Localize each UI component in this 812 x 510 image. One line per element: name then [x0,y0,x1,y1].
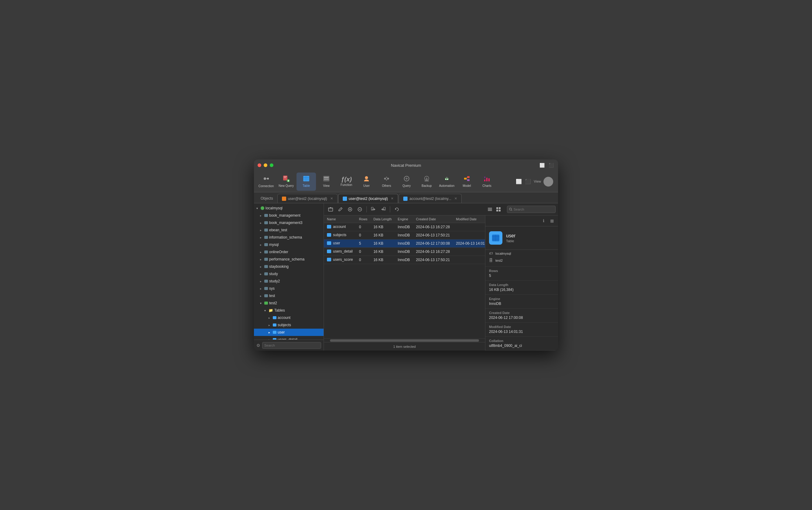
toolbar-backup[interactable]: Backup [417,173,437,191]
cell-data-length: 16 KB [370,231,395,239]
cell-modified [453,231,485,239]
new-folder-button[interactable] [326,205,335,214]
sidebar-connection[interactable]: ▾ localmysql [254,204,324,212]
tab-account-test2[interactable]: account@test2 (localmy... ✕ [399,194,461,203]
tab-user-test2-1[interactable]: user@test2 (localmysql) ✕ [277,194,337,203]
sidebar-search-input[interactable] [262,342,321,349]
svg-rect-34 [488,178,490,181]
col-modified-date[interactable]: Modified Date [453,216,485,223]
table-row[interactable]: subjects 0 16 KB InnoDB 2024-06-13 17:50… [324,231,485,239]
sidebar-db-information_schema[interactable]: ▸ information_schema [254,234,324,241]
status-bar: 1 item selected [324,342,485,350]
function-icon: ƒ(x) [341,176,352,182]
info-detail-button[interactable]: ℹ [540,217,547,225]
search-input[interactable] [514,207,553,211]
toolbar-table[interactable]: Table [297,173,316,191]
table-row[interactable]: account 0 16 KB InnoDB 2024-06-13 16:27:… [324,223,485,231]
svg-rect-35 [484,176,485,178]
sidebar-db-study[interactable]: ▸ study [254,270,324,278]
refresh-button[interactable] [393,205,401,214]
view-full-icon[interactable]: ⬛ [524,178,531,185]
sidebar-table-users_detail[interactable]: ▸ users_detail [254,336,324,340]
sidebar-db-onlineOrder[interactable]: ▸ onlineOrder [254,248,324,256]
scrollbar-thumb[interactable] [330,339,479,342]
toolbar-charts[interactable]: Charts [477,173,497,191]
stay-icon [264,265,268,268]
user-avatar[interactable] [543,177,553,187]
info-section: Created Date 2024-06-12 17:00:08 [485,308,558,322]
info-grid-button[interactable]: ▦ [548,217,555,225]
toolbar-function[interactable]: ƒ(x) Function [337,173,356,191]
sidebar-content: ▾ localmysql ▸ book_management ▸ book_ma… [254,203,324,340]
edit-button[interactable] [336,205,344,214]
sidebar-settings-icon[interactable]: ⚙ [257,343,260,348]
svg-point-17 [365,176,368,179]
toolbar-view[interactable]: View [317,173,336,191]
cell-modified [453,248,485,256]
horizontal-scrollbar[interactable] [324,338,485,342]
grid-view-button[interactable] [495,206,502,213]
delete-button[interactable] [356,205,364,214]
center-panel: Name Rows Data Length Engine Created Dat… [324,203,558,350]
col-created-date[interactable]: Created Date [413,216,453,223]
cell-data-length: 16 KB [370,248,395,256]
toolbar-user[interactable]: User [357,173,376,191]
table-row[interactable]: users_detail 0 16 KB InnoDB 2024-06-13 1… [324,248,485,256]
col-rows[interactable]: Rows [356,216,370,223]
sidebar-db-test[interactable]: ▸ test [254,292,324,300]
chevron-subjects: ▸ [269,323,272,327]
toolbar-connection[interactable]: Connection [257,173,276,191]
toolbar-query[interactable]: Query [397,173,416,191]
sidebar-db-test2[interactable]: ▾ test2 [254,300,324,307]
tab-close-1[interactable]: ✕ [330,197,333,201]
view-toggle-button[interactable]: ⬛ [548,162,554,169]
sidebar-db-staybooking[interactable]: ▸ staybooking [254,263,324,270]
toolbar-backup-label: Backup [422,184,431,188]
add-button[interactable] [346,205,354,214]
import-button[interactable] [369,205,378,214]
toolbar-automation[interactable]: Automation [437,173,456,191]
col-engine[interactable]: Engine [395,216,413,223]
tab-objects[interactable]: Objects [257,194,277,203]
table-row[interactable]: users_score 0 16 KB InnoDB 2024-06-13 17… [324,256,485,264]
col-name[interactable]: Name [324,216,356,223]
cell-engine: InnoDB [395,223,413,231]
col-data-length[interactable]: Data Length [370,216,395,223]
tab-close-2[interactable]: ✕ [391,197,394,201]
tab-user-test2-2[interactable]: user@test2 (localmysql) ✕ [338,194,398,203]
info-section-value: utf8mb4_0900_ai_ci [489,344,554,348]
sidebar-db-study2[interactable]: ▸ study2 [254,278,324,285]
close-button[interactable] [258,163,261,167]
sidebar-db-ebean_test[interactable]: ▸ ebean_test [254,226,324,234]
maximize-button[interactable] [270,163,273,167]
sidebar-db-performance_schema[interactable]: ▸ performance_schema [254,256,324,263]
sidebar-table-account[interactable]: ▸ account [254,314,324,321]
cell-modified [453,223,485,231]
tab-icon-2 [343,197,347,201]
sidebar-folder-tables[interactable]: ▾ 📁 Tables [254,307,324,314]
svg-rect-15 [324,177,329,178]
sidebar-db-book_management[interactable]: ▸ book_management [254,212,324,219]
table-row[interactable]: user 5 16 KB InnoDB 2024-06-12 17:00:08 … [324,239,485,248]
db3-icon [264,221,268,224]
view-split-icon[interactable]: ⬜ [515,178,522,185]
sidebar-table-subjects[interactable]: ▸ subjects [254,321,324,329]
svg-rect-5 [284,177,286,178]
sidebar-table-user[interactable]: ▸ user [254,329,324,336]
cell-name: users_score [324,256,356,264]
svg-rect-49 [496,207,498,209]
sidebar-db-sys[interactable]: ▸ sys [254,285,324,292]
list-view-button[interactable] [486,206,493,213]
svg-rect-52 [499,210,501,211]
toolbar-others[interactable]: Others [377,173,396,191]
toolbar-new-query[interactable]: New Query [276,173,296,191]
export-button[interactable] [379,205,387,214]
ebean-name: ebean_test [269,228,287,232]
row-name: user [333,241,340,245]
split-view-button[interactable]: ⬜ [539,162,545,169]
sidebar-db-mysql[interactable]: ▸ mysql [254,241,324,248]
sidebar-db-book_management3[interactable]: ▸ book_management3 [254,219,324,226]
tab-close-3[interactable]: ✕ [454,197,457,201]
toolbar-model[interactable]: Model [457,173,477,191]
minimize-button[interactable] [264,163,267,167]
